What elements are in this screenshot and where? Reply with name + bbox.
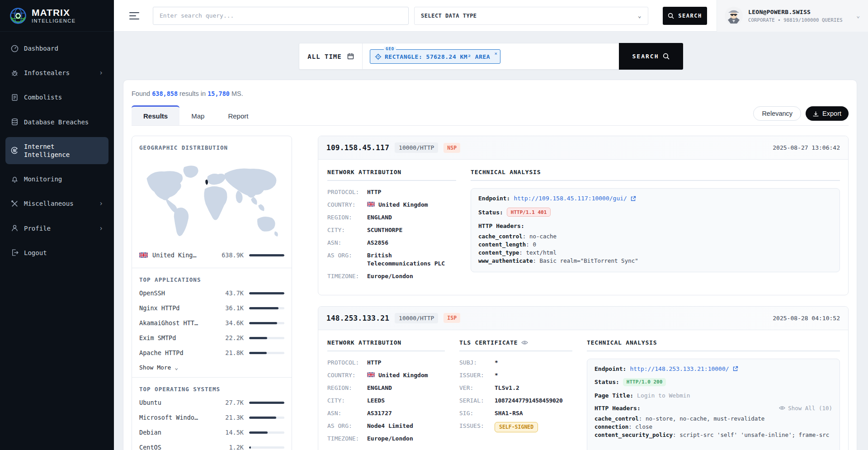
stat-bar xyxy=(249,402,284,404)
service-chip: 10000/HTTP xyxy=(395,142,438,153)
stat-bar xyxy=(249,307,284,309)
user-icon xyxy=(11,224,19,232)
tab-results[interactable]: Results xyxy=(132,105,179,125)
stat-row[interactable]: Apache HTTPd21.8K xyxy=(139,349,284,356)
geographic-distribution-section: GEOGRAPHIC DISTRIBUTION xyxy=(132,136,292,268)
http-header-line: cache_control: no-cache xyxy=(478,233,832,240)
export-button[interactable]: Export xyxy=(806,106,849,121)
top-operating-systems-section: TOP OPERATING SYSTEMS Ubuntu27.7K Micros… xyxy=(132,377,292,450)
http-status-badge: HTTP/1.1 401 xyxy=(507,208,551,217)
result-card-header[interactable]: 109.158.45.117 10000/HTTP NSP 2025-08-27… xyxy=(318,136,848,160)
relevancy-sort-button[interactable]: Relevancy xyxy=(753,106,801,121)
user-account-menu[interactable]: LEON@POWERB.SWISS CORPORATE • 98819/1000… xyxy=(717,0,868,32)
result-card-header[interactable]: 148.253.133.21 10000/HTTP ISP 2025-08-28… xyxy=(318,307,848,330)
topbar-search-button[interactable]: SEARCH xyxy=(663,7,707,25)
tls-certificate-column: TLS CERTIFICATE SUBJ:* ISSUER:* VER:TLSv… xyxy=(459,339,572,450)
chevron-down-icon: ⌄ xyxy=(638,12,642,19)
radar-icon xyxy=(11,147,19,154)
stat-row[interactable]: CentOS1.2K xyxy=(139,444,284,450)
sidebar-item-profile[interactable]: Profile › xyxy=(5,219,108,238)
results-list: 109.158.45.117 10000/HTTP NSP 2025-08-27… xyxy=(318,136,849,450)
brand-logo[interactable]: MATRIX INTELLIGENCE xyxy=(0,0,114,32)
calendar-icon xyxy=(347,53,354,60)
page-title-value: Login to Webmin xyxy=(637,392,690,399)
data-type-select[interactable]: SELECT DATA TYPE ⌄ xyxy=(414,7,648,25)
crosshair-location-icon xyxy=(375,53,382,60)
http-header-line: content_length: 0 xyxy=(478,241,832,248)
result-ip[interactable]: 148.253.133.21 xyxy=(326,314,389,322)
network-attribution-column: NETWORK ATTRIBUTION PROTOCOL:HTTP COUNTR… xyxy=(327,169,456,285)
sidebar-item-combolists[interactable]: Combolists xyxy=(5,88,108,107)
stat-row[interactable]: Debian14.5K xyxy=(139,429,284,436)
http-header-line: www_authenticate: Basic realm="BitTorren… xyxy=(478,257,832,265)
sidebar-nav: Dashboard Infostealers › Combolists Data… xyxy=(0,32,114,275)
list-file-icon xyxy=(11,94,19,101)
eye-icon[interactable] xyxy=(521,340,528,345)
stat-bar xyxy=(249,337,284,339)
result-ip[interactable]: 109.158.45.117 xyxy=(326,143,389,152)
hamburger-menu-icon[interactable] xyxy=(129,10,139,22)
result-count: 638,858 xyxy=(152,90,178,97)
tab-map[interactable]: Map xyxy=(179,107,216,125)
stat-row[interactable]: OpenSSH43.7K xyxy=(139,289,284,297)
technical-analysis-box: Endpoint: http://148.253.133.21:10000/ S… xyxy=(587,359,840,450)
tools-icon xyxy=(11,200,19,208)
detective-avatar xyxy=(724,6,743,25)
results-panel: Found 638,858 results in 15,780 MS. Resu… xyxy=(123,80,857,450)
result-card: 109.158.45.117 10000/HTTP NSP 2025-08-27… xyxy=(318,136,849,295)
sidebar-item-database-breaches[interactable]: Database Breaches xyxy=(5,113,108,132)
geo-country-row[interactable]: United King… 638.9K xyxy=(139,251,284,259)
sidebar-item-infostealers[interactable]: Infostealers › xyxy=(5,63,108,82)
tab-report[interactable]: Report xyxy=(216,107,260,125)
app-root: MATRIX INTELLIGENCE Dashboard Infosteale… xyxy=(0,0,868,450)
globe-eye-logo-icon xyxy=(9,7,27,25)
stat-row[interactable]: Nginx HTTPd36.1K xyxy=(139,304,284,312)
filter-search-button[interactable]: SEARCH xyxy=(619,43,683,70)
sidebar-item-monitoring[interactable]: Monitoring xyxy=(5,170,108,189)
remove-geo-filter-icon[interactable]: × xyxy=(495,51,498,57)
time-range-filter[interactable]: ALL TIME xyxy=(299,43,363,69)
stat-bar xyxy=(249,254,284,256)
world-map[interactable] xyxy=(139,157,284,247)
service-chip: 10000/HTTP xyxy=(395,313,438,323)
stat-row[interactable]: Ubuntu27.7K xyxy=(139,399,284,406)
http-header-line: content_type: text/html xyxy=(478,249,832,256)
show-all-headers-link[interactable]: Show All (10) xyxy=(779,405,832,412)
stat-row[interactable]: AkamaiGhost HTT…34.6K xyxy=(139,319,284,327)
stats-sidebar: GEOGRAPHIC DISTRIBUTION xyxy=(132,136,292,450)
show-more-link[interactable]: Show More ⌄ xyxy=(139,364,284,371)
section-title: TOP APPLICATIONS xyxy=(139,276,284,283)
eye-icon xyxy=(779,406,785,410)
sidebar-item-logout[interactable]: Logout xyxy=(5,243,108,262)
network-attribution-column: NETWORK ATTRIBUTION PROTOCOL:HTTP COUNTR… xyxy=(327,339,445,450)
http-status-badge: HTTP/1.0 200 xyxy=(623,378,666,386)
endpoint-link[interactable]: http://109.158.45.117:10000/gui/ xyxy=(514,195,627,202)
bell-icon xyxy=(11,175,19,183)
sidebar-item-dashboard[interactable]: Dashboard xyxy=(5,39,108,58)
query-filter-bar: ALL TIME GEO RECTANGLE: 57628.24 KM² ARE… xyxy=(299,43,683,70)
results-tabs: Results Map Report Relevancy Export xyxy=(132,105,849,126)
geo-filter-chip[interactable]: GEO RECTANGLE: 57628.24 KM² AREA × xyxy=(370,49,500,64)
gauge-icon xyxy=(11,45,19,52)
sidebar-item-internet-intelligence[interactable]: Internet Intelligence xyxy=(5,137,108,164)
brand-name: MATRIX xyxy=(32,8,75,17)
top-applications-section: TOP APPLICATIONS OpenSSH43.7K Nginx HTTP… xyxy=(132,268,292,377)
stat-bar xyxy=(249,352,284,354)
search-icon xyxy=(668,13,674,19)
user-email: LEON@POWERB.SWISS xyxy=(748,9,843,15)
bug-icon xyxy=(11,69,19,77)
stat-bar xyxy=(249,417,284,419)
external-link-icon[interactable] xyxy=(733,366,738,371)
search-input[interactable] xyxy=(153,12,408,19)
global-search-box xyxy=(153,7,409,25)
stat-bar xyxy=(249,431,284,434)
external-link-icon[interactable] xyxy=(631,196,636,201)
stat-row[interactable]: Microsoft Windo…21.3K xyxy=(139,414,284,421)
endpoint-link[interactable]: http://148.253.133.21:10000/ xyxy=(630,365,729,372)
sidebar-item-miscellaneous[interactable]: Miscellaneous › xyxy=(5,194,108,213)
stat-row[interactable]: Exim SMTPd22.2K xyxy=(139,334,284,341)
stat-bar xyxy=(249,446,284,449)
tls-issue-badge: SELF-SIGNED xyxy=(495,422,538,432)
chevron-right-icon: › xyxy=(99,224,103,232)
section-title: TOP OPERATING SYSTEMS xyxy=(139,386,284,393)
